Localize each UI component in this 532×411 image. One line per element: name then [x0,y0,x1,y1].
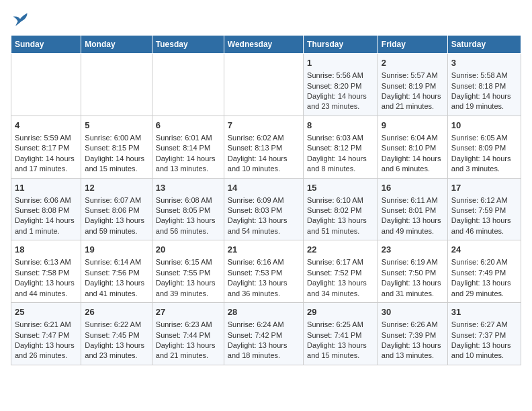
day-info: Sunset: 7:50 PM [382,268,444,278]
calendar-cell: 8Sunrise: 6:03 AMSunset: 8:12 PMDaylight… [304,116,378,178]
calendar-cell: 18Sunrise: 6:13 AMSunset: 7:58 PMDayligh… [11,240,81,303]
day-number: 2 [382,57,444,69]
day-info: Daylight: 13 hours and 44 minutes. [15,278,77,299]
calendar-cell: 25Sunrise: 6:21 AMSunset: 7:47 PMDayligh… [11,303,81,365]
day-number: 1 [307,57,374,69]
day-number: 22 [307,244,374,256]
calendar-cell: 2Sunrise: 5:57 AMSunset: 8:19 PMDaylight… [378,54,447,116]
day-info: Sunset: 8:18 PM [451,81,517,91]
day-number: 11 [15,182,77,194]
day-number: 17 [451,182,517,194]
day-info: Daylight: 14 hours and 1 minute. [15,216,77,236]
day-info: Sunrise: 6:12 AM [451,195,517,205]
page-header [11,11,521,30]
day-number: 25 [15,306,77,318]
day-info: Daylight: 13 hours and 29 minutes. [451,278,517,299]
day-info: Daylight: 14 hours and 13 minutes. [156,154,220,175]
day-info: Sunset: 7:39 PM [382,330,444,340]
day-info: Daylight: 14 hours and 17 minutes. [15,154,77,175]
day-info: Daylight: 13 hours and 15 minutes. [307,340,374,361]
day-info: Sunset: 8:20 PM [307,81,374,91]
day-header-tuesday: Tuesday [152,36,224,54]
day-info: Sunrise: 6:06 AM [15,195,77,205]
day-number: 3 [451,57,517,69]
day-info: Daylight: 13 hours and 54 minutes. [228,216,300,236]
day-info: Sunset: 8:19 PM [382,81,444,91]
day-info: Daylight: 13 hours and 18 minutes. [228,340,300,361]
day-info: Sunset: 8:10 PM [382,143,444,153]
day-info: Sunset: 7:53 PM [228,268,300,278]
day-header-monday: Monday [81,36,152,54]
day-info: Sunrise: 6:07 AM [85,195,148,205]
calendar-cell: 1Sunrise: 5:56 AMSunset: 8:20 PMDaylight… [304,54,378,116]
day-info: Sunset: 8:14 PM [156,143,220,153]
day-number: 6 [156,120,220,132]
day-number: 28 [228,306,300,318]
day-info: Sunrise: 6:01 AM [156,133,220,143]
day-info: Daylight: 13 hours and 41 minutes. [85,278,148,299]
calendar-cell: 30Sunrise: 6:26 AMSunset: 7:39 PMDayligh… [378,303,447,365]
day-info: Sunset: 7:42 PM [228,330,300,340]
day-header-wednesday: Wednesday [224,36,303,54]
calendar-cell: 9Sunrise: 6:04 AMSunset: 8:10 PMDaylight… [378,116,447,178]
day-info: Sunrise: 5:56 AM [307,71,374,81]
day-info: Daylight: 14 hours and 8 minutes. [307,154,374,175]
calendar-cell: 31Sunrise: 6:27 AMSunset: 7:37 PMDayligh… [447,303,521,365]
day-info: Sunrise: 5:57 AM [382,71,444,81]
day-info: Sunset: 8:13 PM [228,143,300,153]
day-info: Sunrise: 5:58 AM [451,71,517,81]
day-header-thursday: Thursday [304,36,378,54]
day-info: Daylight: 13 hours and 39 minutes. [156,278,220,299]
calendar-cell: 3Sunrise: 5:58 AMSunset: 8:18 PMDaylight… [447,54,521,116]
day-info: Sunset: 8:01 PM [382,205,444,216]
day-number: 10 [451,120,517,132]
day-info: Sunset: 7:47 PM [15,330,77,340]
calendar-cell: 24Sunrise: 6:20 AMSunset: 7:49 PMDayligh… [447,240,521,303]
day-info: Sunrise: 6:09 AM [228,195,300,205]
calendar-cell: 6Sunrise: 6:01 AMSunset: 8:14 PMDaylight… [152,116,224,178]
day-number: 5 [85,120,148,132]
logo [11,11,32,30]
day-info: Sunset: 7:44 PM [156,330,220,340]
day-info: Sunset: 8:06 PM [85,205,148,216]
day-info: Sunrise: 6:03 AM [307,133,374,143]
day-info: Sunrise: 6:19 AM [382,257,444,267]
day-info: Daylight: 13 hours and 51 minutes. [307,216,374,236]
day-info: Daylight: 13 hours and 49 minutes. [382,216,444,236]
calendar-cell [11,54,81,116]
day-info: Daylight: 13 hours and 46 minutes. [451,216,517,236]
calendar-cell: 4Sunrise: 5:59 AMSunset: 8:17 PMDaylight… [11,116,81,178]
day-number: 19 [85,244,148,256]
calendar-cell: 23Sunrise: 6:19 AMSunset: 7:50 PMDayligh… [378,240,447,303]
day-info: Sunrise: 6:20 AM [451,257,517,267]
day-number: 21 [228,244,300,256]
day-info: Sunset: 8:15 PM [85,143,148,153]
calendar-cell: 11Sunrise: 6:06 AMSunset: 8:08 PMDayligh… [11,178,81,240]
day-info: Sunrise: 6:15 AM [156,257,220,267]
day-info: Sunset: 7:49 PM [451,268,517,278]
day-info: Sunset: 7:45 PM [85,330,148,340]
day-number: 7 [228,120,300,132]
day-info: Sunrise: 6:24 AM [228,320,300,330]
day-number: 20 [156,244,220,256]
calendar-cell: 10Sunrise: 6:05 AMSunset: 8:09 PMDayligh… [447,116,521,178]
day-number: 18 [15,244,77,256]
day-info: Sunrise: 6:10 AM [307,195,374,205]
calendar-cell: 27Sunrise: 6:23 AMSunset: 7:44 PMDayligh… [152,303,224,365]
day-info: Sunrise: 6:22 AM [85,320,148,330]
day-info: Sunset: 8:05 PM [156,205,220,216]
day-info: Sunrise: 6:04 AM [382,133,444,143]
calendar-cell: 21Sunrise: 6:16 AMSunset: 7:53 PMDayligh… [224,240,303,303]
day-info: Sunset: 7:37 PM [451,330,517,340]
calendar-cell [224,54,303,116]
day-header-friday: Friday [378,36,447,54]
calendar-cell: 19Sunrise: 6:14 AMSunset: 7:56 PMDayligh… [81,240,152,303]
day-number: 12 [85,182,148,194]
day-info: Sunrise: 6:00 AM [85,133,148,143]
calendar-cell [81,54,152,116]
day-number: 23 [382,244,444,256]
day-number: 16 [382,182,444,194]
calendar-cell: 28Sunrise: 6:24 AMSunset: 7:42 PMDayligh… [224,303,303,365]
day-info: Daylight: 13 hours and 21 minutes. [156,340,220,361]
day-number: 31 [451,306,517,318]
